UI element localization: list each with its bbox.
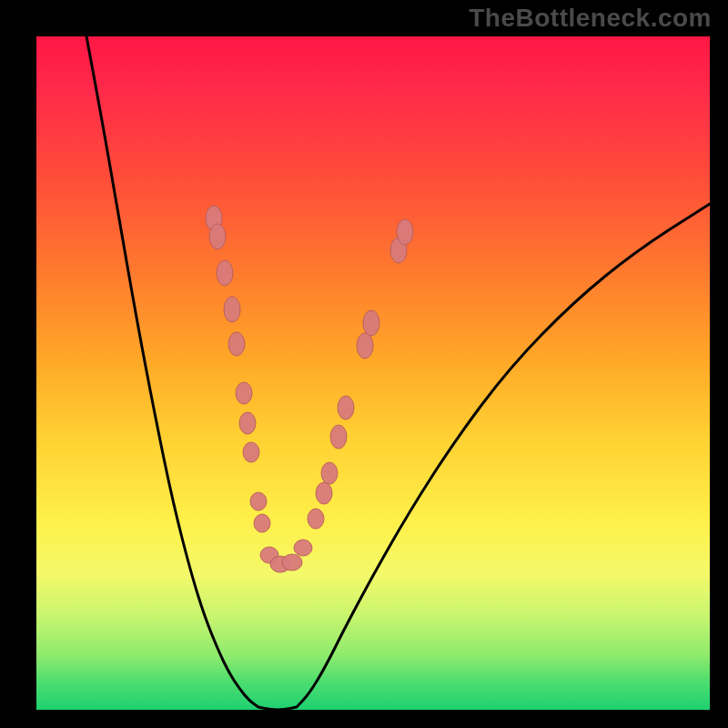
curve-marker [239, 412, 256, 434]
chart-frame: TheBottleneck.com [0, 0, 728, 728]
curve-marker [228, 332, 245, 356]
curve-marker [243, 442, 259, 462]
curve-marker [316, 482, 332, 504]
curve-marker [217, 260, 233, 286]
curve-marker [209, 224, 226, 249]
curve-marker [321, 462, 338, 484]
curve-marker [357, 333, 373, 359]
curve-marker [236, 382, 252, 404]
curve-marker [363, 310, 379, 336]
attribution-label: TheBottleneck.com [469, 4, 712, 33]
curve-marker [294, 540, 312, 556]
curve-marker [250, 492, 267, 511]
bottleneck-curve [86, 36, 710, 710]
curve-marker [224, 297, 240, 322]
curve-marker [397, 219, 413, 245]
curve-marker [282, 554, 302, 571]
curve-marker [308, 509, 324, 529]
bottleneck-curve-path [86, 36, 710, 710]
curve-marker [254, 514, 270, 532]
curve-markers [206, 206, 413, 572]
curve-marker [338, 396, 354, 420]
curve-layer [36, 36, 710, 710]
curve-marker [330, 425, 347, 449]
